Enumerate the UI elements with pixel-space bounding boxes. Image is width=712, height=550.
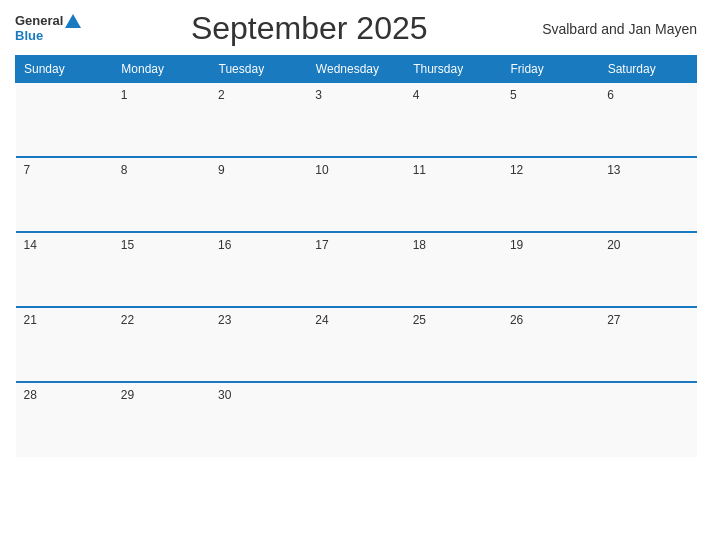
table-row [405, 382, 502, 457]
header-wednesday: Wednesday [307, 56, 404, 82]
table-row: 30 [210, 382, 307, 457]
day-number: 10 [315, 163, 328, 177]
day-number: 7 [24, 163, 31, 177]
day-number: 21 [24, 313, 37, 327]
table-row: 14 [16, 232, 113, 307]
header-saturday: Saturday [599, 56, 696, 82]
table-row: 23 [210, 307, 307, 382]
day-number: 14 [24, 238, 37, 252]
table-row: 4 [405, 82, 502, 157]
day-number: 18 [413, 238, 426, 252]
table-row: 2 [210, 82, 307, 157]
day-number: 1 [121, 88, 128, 102]
day-number: 3 [315, 88, 322, 102]
table-row: 9 [210, 157, 307, 232]
region-name: Svalbard and Jan Mayen [537, 21, 697, 37]
day-number: 27 [607, 313, 620, 327]
table-row: 25 [405, 307, 502, 382]
table-row: 3 [307, 82, 404, 157]
day-number: 17 [315, 238, 328, 252]
header-friday: Friday [502, 56, 599, 82]
day-number: 29 [121, 388, 134, 402]
table-row: 28 [16, 382, 113, 457]
table-row: 24 [307, 307, 404, 382]
table-row: 12 [502, 157, 599, 232]
calendar-container: General Blue September 2025 Svalbard and… [0, 0, 712, 550]
month-title: September 2025 [81, 10, 537, 47]
logo-blue-text: Blue [15, 29, 43, 43]
table-row: 27 [599, 307, 696, 382]
calendar-week-row: 78910111213 [16, 157, 697, 232]
calendar-week-row: 21222324252627 [16, 307, 697, 382]
day-number: 20 [607, 238, 620, 252]
table-row: 22 [113, 307, 210, 382]
header-monday: Monday [113, 56, 210, 82]
calendar-header: General Blue September 2025 Svalbard and… [15, 10, 697, 47]
day-number: 24 [315, 313, 328, 327]
day-number: 5 [510, 88, 517, 102]
table-row: 26 [502, 307, 599, 382]
day-number: 30 [218, 388, 231, 402]
table-row [307, 382, 404, 457]
table-row: 10 [307, 157, 404, 232]
day-number: 26 [510, 313, 523, 327]
table-row: 1 [113, 82, 210, 157]
calendar-week-row: 282930 [16, 382, 697, 457]
day-number: 8 [121, 163, 128, 177]
table-row: 19 [502, 232, 599, 307]
calendar-week-row: 14151617181920 [16, 232, 697, 307]
table-row: 29 [113, 382, 210, 457]
day-number: 19 [510, 238, 523, 252]
table-row: 18 [405, 232, 502, 307]
header-thursday: Thursday [405, 56, 502, 82]
table-row: 16 [210, 232, 307, 307]
day-number: 15 [121, 238, 134, 252]
table-row: 21 [16, 307, 113, 382]
day-number: 13 [607, 163, 620, 177]
table-row [502, 382, 599, 457]
day-number: 6 [607, 88, 614, 102]
table-row [16, 82, 113, 157]
day-number: 16 [218, 238, 231, 252]
table-row: 6 [599, 82, 696, 157]
calendar-week-row: 123456 [16, 82, 697, 157]
table-row [599, 382, 696, 457]
table-row: 13 [599, 157, 696, 232]
header-tuesday: Tuesday [210, 56, 307, 82]
logo: General Blue [15, 14, 81, 43]
day-number: 25 [413, 313, 426, 327]
day-number: 22 [121, 313, 134, 327]
day-number: 12 [510, 163, 523, 177]
calendar-grid: Sunday Monday Tuesday Wednesday Thursday… [15, 55, 697, 457]
logo-general-text: General [15, 14, 63, 28]
table-row: 15 [113, 232, 210, 307]
header-sunday: Sunday [16, 56, 113, 82]
table-row: 8 [113, 157, 210, 232]
table-row: 20 [599, 232, 696, 307]
day-number: 9 [218, 163, 225, 177]
day-number: 11 [413, 163, 426, 177]
table-row: 11 [405, 157, 502, 232]
days-header-row: Sunday Monday Tuesday Wednesday Thursday… [16, 56, 697, 82]
day-number: 2 [218, 88, 225, 102]
table-row: 5 [502, 82, 599, 157]
day-number: 23 [218, 313, 231, 327]
day-number: 4 [413, 88, 420, 102]
table-row: 7 [16, 157, 113, 232]
logo-triangle-icon [65, 14, 81, 28]
day-number: 28 [24, 388, 37, 402]
table-row: 17 [307, 232, 404, 307]
